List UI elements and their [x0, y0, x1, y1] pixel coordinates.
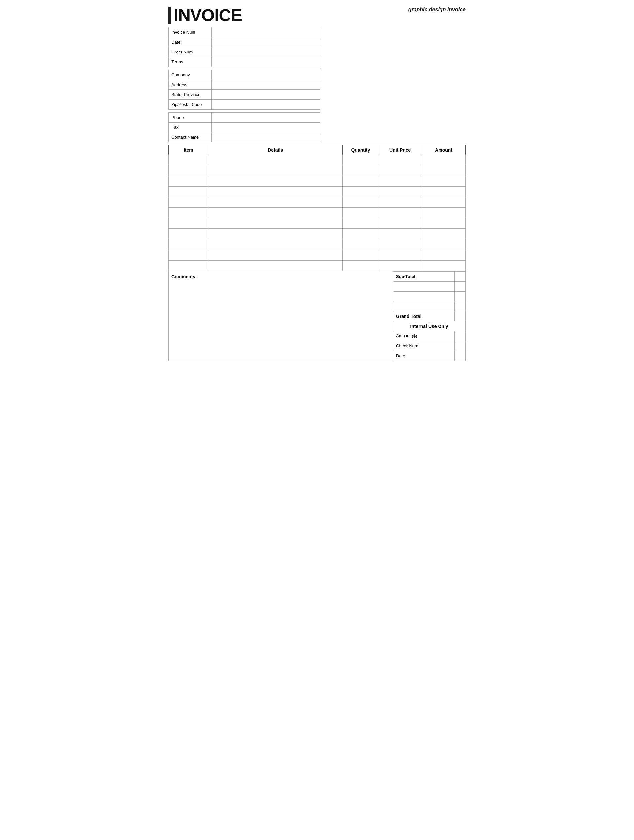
item-cell[interactable] [169, 197, 209, 208]
amount-cell[interactable] [422, 218, 466, 229]
qty-cell[interactable] [343, 218, 378, 229]
details-cell[interactable] [208, 239, 343, 250]
amount-label: Amount ($) [393, 331, 455, 341]
address-label: Address [169, 80, 212, 90]
amount-value[interactable] [454, 331, 465, 341]
amount-cell[interactable] [422, 229, 466, 239]
details-cell[interactable] [208, 186, 343, 197]
internal-use-label: Internal Use Only [393, 321, 466, 331]
check-num-row: Check Num [393, 341, 466, 351]
qty-cell[interactable] [343, 239, 378, 250]
company-info-section: Company Address State, Province Zip/Post… [168, 69, 466, 110]
totals-table: Sub-Total Grand Total Internal Use Only [393, 272, 466, 361]
invoice-num-label: Invoice Num [169, 27, 212, 37]
totals-area: Sub-Total Grand Total Internal Use Only [393, 272, 466, 361]
item-cell[interactable] [169, 186, 209, 197]
price-cell[interactable] [378, 229, 422, 239]
qty-cell[interactable] [343, 176, 378, 186]
details-cell[interactable] [208, 197, 343, 208]
qty-cell[interactable] [343, 197, 378, 208]
qty-cell[interactable] [343, 229, 378, 239]
details-cell[interactable] [208, 166, 343, 176]
item-cell[interactable] [169, 176, 209, 186]
price-cell[interactable] [378, 155, 422, 166]
price-cell[interactable] [378, 176, 422, 186]
contact-info-table: Phone Fax Contact Name [168, 112, 320, 142]
price-cell[interactable] [378, 186, 422, 197]
extra-value-3[interactable] [454, 302, 465, 311]
item-cell[interactable] [169, 166, 209, 176]
amount-cell[interactable] [422, 186, 466, 197]
table-row [169, 155, 466, 166]
extra-value-2[interactable] [454, 292, 465, 302]
table-row [169, 229, 466, 239]
qty-cell[interactable] [343, 186, 378, 197]
subtotal-value[interactable] [454, 272, 465, 282]
internal-date-value[interactable] [454, 351, 465, 361]
grand-total-value[interactable] [454, 311, 465, 321]
details-cell[interactable] [208, 250, 343, 261]
amount-cell[interactable] [422, 261, 466, 271]
company-value[interactable] [211, 70, 320, 80]
price-cell[interactable] [378, 218, 422, 229]
item-cell[interactable] [169, 208, 209, 218]
header-amount: Amount [422, 145, 466, 155]
item-cell[interactable] [169, 218, 209, 229]
state-value[interactable] [211, 90, 320, 100]
terms-value[interactable] [211, 57, 320, 67]
amount-cell[interactable] [422, 155, 466, 166]
details-cell[interactable] [208, 208, 343, 218]
details-cell[interactable] [208, 176, 343, 186]
amount-cell[interactable] [422, 176, 466, 186]
item-cell[interactable] [169, 261, 209, 271]
item-cell[interactable] [169, 155, 209, 166]
amount-cell[interactable] [422, 208, 466, 218]
item-cell[interactable] [169, 250, 209, 261]
extra-label-2 [393, 292, 455, 302]
order-num-row: Order Num [169, 47, 320, 57]
price-cell[interactable] [378, 261, 422, 271]
invoice-title: INVOICE [168, 6, 242, 24]
details-cell[interactable] [208, 155, 343, 166]
phone-value[interactable] [211, 112, 320, 123]
details-cell[interactable] [208, 218, 343, 229]
qty-cell[interactable] [343, 261, 378, 271]
details-cell[interactable] [208, 261, 343, 271]
qty-cell[interactable] [343, 208, 378, 218]
table-row [169, 176, 466, 186]
amount-cell[interactable] [422, 250, 466, 261]
invoice-num-value[interactable] [211, 27, 320, 37]
qty-cell[interactable] [343, 155, 378, 166]
check-num-value[interactable] [454, 341, 465, 351]
item-cell[interactable] [169, 239, 209, 250]
price-cell[interactable] [378, 239, 422, 250]
order-num-value[interactable] [211, 47, 320, 57]
qty-cell[interactable] [343, 166, 378, 176]
details-cell[interactable] [208, 229, 343, 239]
amount-cell[interactable] [422, 239, 466, 250]
fax-value[interactable] [211, 123, 320, 133]
comments-area[interactable]: Comments: [168, 272, 393, 361]
qty-cell[interactable] [343, 250, 378, 261]
price-cell[interactable] [378, 250, 422, 261]
amount-cell[interactable] [422, 197, 466, 208]
invoice-info-table: Invoice Num Date: Order Num Terms [168, 27, 320, 67]
grand-total-row: Grand Total [393, 311, 466, 321]
amount-cell[interactable] [422, 166, 466, 176]
zip-value[interactable] [211, 100, 320, 110]
price-cell[interactable] [378, 197, 422, 208]
contact-name-value[interactable] [211, 133, 320, 142]
fax-row: Fax [169, 123, 320, 133]
extra-value-1[interactable] [454, 282, 465, 292]
item-cell[interactable] [169, 229, 209, 239]
date-value[interactable] [211, 37, 320, 47]
grand-total-label: Grand Total [393, 311, 455, 321]
price-cell[interactable] [378, 166, 422, 176]
address-value[interactable] [211, 80, 320, 90]
price-cell[interactable] [378, 208, 422, 218]
terms-row: Terms [169, 57, 320, 67]
header-details: Details [208, 145, 343, 155]
extra-label-1 [393, 282, 455, 292]
internal-date-row: Date [393, 351, 466, 361]
terms-label: Terms [169, 57, 212, 67]
